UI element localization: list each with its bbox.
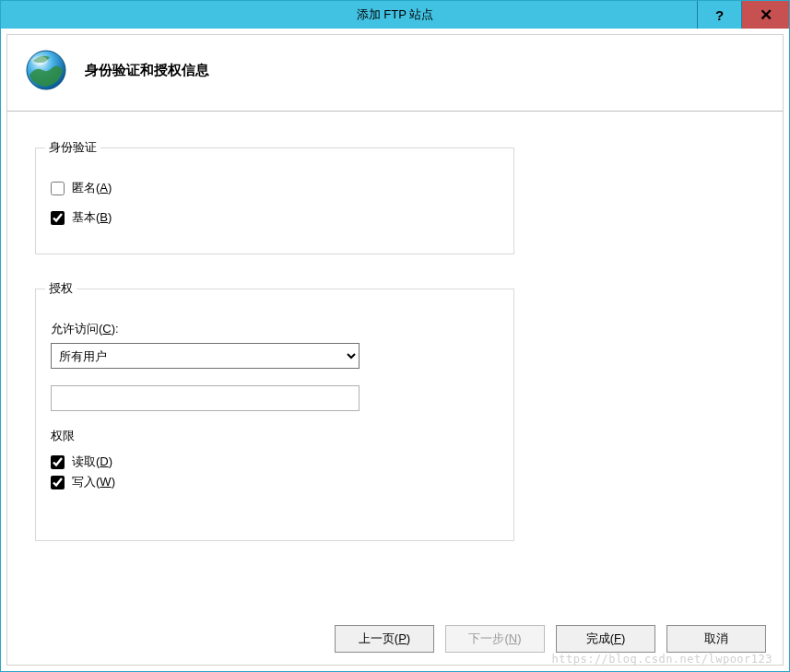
cancel-button[interactable]: 取消 (666, 625, 766, 653)
window-title: 添加 FTP 站点 (1, 6, 789, 23)
close-icon: ✕ (760, 6, 772, 25)
finish-button[interactable]: 完成(F) (556, 625, 655, 653)
help-icon: ? (715, 7, 724, 23)
anonymous-text: 匿名(A) (72, 180, 112, 196)
basic-checkbox[interactable] (51, 211, 65, 225)
svg-point-1 (31, 56, 48, 65)
titlebar: 添加 FTP 站点 ? ✕ (1, 1, 789, 29)
anonymous-checkbox-label[interactable]: 匿名(A) (51, 180, 499, 196)
authorization-legend: 授权 (45, 280, 77, 297)
allow-access-select[interactable]: 未选定所有用户匿名用户指定角色或用户组指定用户 (51, 343, 360, 369)
close-button[interactable]: ✕ (741, 1, 789, 29)
write-text: 写入(W) (72, 474, 115, 490)
dialog-header: 身份验证和授权信息 (7, 35, 783, 112)
prev-button[interactable]: 上一页(P) (335, 625, 434, 653)
page-title: 身份验证和授权信息 (85, 62, 209, 79)
basic-text: 基本(B) (72, 209, 112, 226)
specify-textbox[interactable] (51, 385, 360, 411)
read-checkbox[interactable] (51, 455, 65, 469)
anonymous-checkbox[interactable] (51, 182, 65, 195)
dialog-body: 身份验证和授权信息 身份验证 匿名(A) (6, 34, 784, 666)
write-checkbox[interactable] (51, 476, 65, 489)
allow-access-label: 允许访问(C): (51, 321, 499, 337)
read-text: 读取(D) (72, 454, 112, 470)
dialog-window: 添加 FTP 站点 ? ✕ (0, 0, 790, 672)
globe-icon (24, 48, 68, 92)
dialog-content: 身份验证 匿名(A) 基本(B) (7, 112, 783, 613)
basic-checkbox-label[interactable]: 基本(B) (51, 209, 499, 226)
read-checkbox-label[interactable]: 读取(D) (51, 454, 499, 470)
write-checkbox-label[interactable]: 写入(W) (51, 474, 499, 490)
authorization-group: 授权 允许访问(C): 未选定所有用户匿名用户指定角色或用户组指定用户 权限 (35, 280, 514, 541)
next-button: 下一步(N) (445, 625, 545, 653)
authentication-legend: 身份验证 (45, 139, 100, 156)
window-controls: ? ✕ (697, 1, 789, 29)
help-button[interactable]: ? (697, 1, 741, 29)
authentication-group: 身份验证 匿名(A) 基本(B) (35, 139, 514, 254)
permissions-heading: 权限 (51, 428, 499, 444)
dialog-footer: 上一页(P) 下一步(N) 完成(F) 取消 (7, 613, 783, 665)
